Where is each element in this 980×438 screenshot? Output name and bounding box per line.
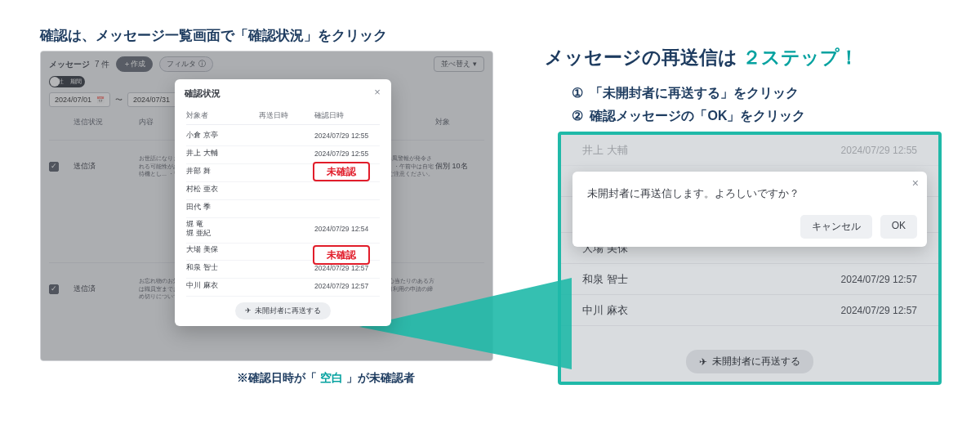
- resend-unopened-button[interactable]: ✈ 未開封者に再送する: [686, 350, 813, 373]
- row-status: 送信済: [74, 161, 139, 172]
- date-tilde: 〜: [115, 95, 122, 105]
- step-1-number: ①: [572, 86, 583, 100]
- resend-unopened-button[interactable]: ✈ 未開封者に再送する: [235, 302, 331, 320]
- recipient-name: 中川 麻衣: [186, 280, 259, 291]
- unconfirmed-badge: 未確認: [313, 245, 370, 265]
- sort-button[interactable]: 並べ替え ▾: [434, 56, 484, 72]
- modal-title: 確認状況: [185, 87, 220, 100]
- modal-col-name: 対象者: [186, 110, 259, 121]
- resend-btn-label: 未開封者に再送する: [255, 306, 321, 316]
- col-target: 対象: [435, 117, 484, 132]
- recipient-name: 和泉 智士: [186, 262, 259, 273]
- caption-post: 」が未確認者: [346, 371, 415, 384]
- row-checkbox[interactable]: [49, 162, 59, 172]
- confirm-time: 2024/07/29 12:57: [314, 264, 380, 272]
- recipient-row: 井上 大輔 2024/07/29 12:55: [561, 135, 938, 166]
- recipient-name: 田代 季: [186, 202, 259, 212]
- heading-right: メッセージの再送信は ２ステップ！: [545, 45, 858, 70]
- filter-button[interactable]: フィルタ ⓘ: [159, 56, 213, 72]
- create-button[interactable]: ＋作成: [116, 56, 153, 72]
- modal-header-row: 対象者 再送日時 確認日時: [186, 110, 380, 125]
- step-1-text: 「未開封者に再送する」をクリック: [590, 86, 799, 100]
- confirm-time: 2024/07/29 12:57: [314, 282, 380, 290]
- row-checkbox[interactable]: [49, 284, 59, 294]
- connector-arrow: [359, 278, 572, 369]
- resend-zoom-panel: 井上 大輔 2024/07/29 12:55 井部 舞 2024/07/29 1…: [558, 132, 942, 385]
- row-target: 個別 10名: [435, 161, 484, 172]
- recipient-row: 和泉 智士 2024/07/29 12:57: [561, 264, 938, 295]
- scope-toggle[interactable]: 自社 期間: [49, 76, 85, 87]
- step-2-text: 確認メッセージの「OK」をクリック: [590, 109, 805, 123]
- screen-topbar: メッセージ 7 件 ＋作成 フィルタ ⓘ 並べ替え ▾: [49, 56, 484, 72]
- step-2-number: ②: [572, 109, 583, 123]
- confirm-time: 2024/07/29 12:55: [841, 145, 917, 156]
- heading-left: 確認は、メッセージ一覧画面で「確認状況」をクリック: [40, 26, 387, 45]
- resend-footer: ✈ 未開封者に再送する: [561, 350, 938, 373]
- heading-right-accent: ２ステップ！: [742, 47, 858, 68]
- recipient-name: 堀 竜 堀 亜紀: [186, 220, 259, 238]
- ok-button[interactable]: OK: [880, 215, 917, 239]
- recipient-name: 村松 亜衣: [186, 184, 259, 194]
- modal-col-confirm: 確認日時: [314, 110, 380, 121]
- unconfirmed-badge: 未確認: [313, 162, 370, 181]
- paper-plane-icon: ✈: [699, 356, 707, 368]
- recipient-name: 井上 大輔: [186, 148, 259, 159]
- confirm-time: 2024/07/29 12:54: [314, 225, 380, 233]
- toggle-option-b: 期間: [70, 78, 82, 86]
- caption-accent: 空白: [320, 371, 343, 384]
- resend-btn-label: 未開封者に再送する: [712, 355, 800, 369]
- confirm-time: 2024/07/29 12:57: [841, 274, 917, 285]
- sub-step-2: ② 確認メッセージの「OK」をクリック: [572, 108, 805, 125]
- close-icon[interactable]: ×: [912, 177, 919, 190]
- modal-col-resend: 再送日時: [259, 110, 314, 121]
- message-count: 7 件: [95, 59, 109, 70]
- modal-footer: ✈ 未開封者に再送する: [175, 302, 391, 320]
- recipient-name: 大場 美保: [186, 244, 259, 255]
- modal-row: 中川 麻衣 2024/07/29 12:57: [186, 275, 380, 297]
- date-from-input[interactable]: 2024/07/01: [49, 92, 110, 107]
- screen-title: メッセージ: [49, 59, 90, 70]
- recipient-name: 中川 麻衣: [582, 303, 628, 318]
- recipient-name: 和泉 智士: [582, 272, 628, 287]
- confirm-time: 2024/07/29 12:57: [841, 305, 917, 316]
- row-status: 送信済: [74, 284, 139, 294]
- recipient-name: 小倉 京亭: [186, 130, 259, 141]
- heading-right-plain: メッセージの再送信は: [545, 47, 737, 68]
- confirm-message: 未開封者に再送信します。よろしいですか？: [587, 186, 800, 201]
- caption-pre: ※確認日時が「: [237, 371, 317, 384]
- recipient-row: 中川 麻衣 2024/07/29 12:57: [561, 295, 938, 326]
- confirm-dialog: 未開封者に再送信します。よろしいですか？ × キャンセル OK: [572, 172, 927, 247]
- recipient-name: 井上 大輔: [582, 143, 628, 158]
- toggle-knob: [50, 77, 60, 87]
- cancel-button[interactable]: キャンセル: [800, 215, 872, 239]
- col-status: 送信状況: [74, 117, 139, 132]
- recipient-name: 井部 舞: [186, 166, 259, 177]
- caption-left: ※確認日時が「 空白 」が未確認者: [237, 371, 415, 386]
- sub-step-1: ① 「未開封者に再送する」をクリック: [572, 85, 799, 102]
- paper-plane-icon: ✈: [245, 306, 252, 315]
- date-range: 2024/07/01 〜 2024/07/31: [49, 92, 189, 107]
- close-icon[interactable]: ×: [370, 84, 385, 99]
- confirmation-status-modal: 確認状況 × 対象者 再送日時 確認日時 小倉 京亭 2024/07/29 12…: [175, 79, 391, 326]
- confirm-time: 2024/07/29 12:55: [314, 150, 380, 158]
- confirm-time: 2024/07/29 12:55: [314, 132, 380, 140]
